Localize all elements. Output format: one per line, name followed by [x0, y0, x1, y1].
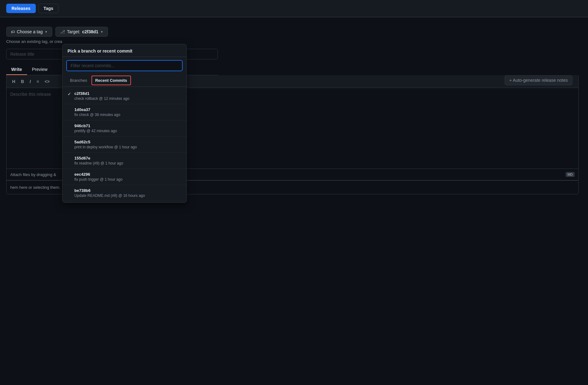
choose-tag-label: Choose a tag — [17, 29, 43, 34]
commit-list: ✓c2f38d1check rollback @ 12 minutes ago1… — [63, 87, 186, 202]
toolbar-bold[interactable]: B — [19, 78, 26, 85]
recent-commits-tab[interactable]: Recent Commits — [91, 76, 131, 85]
commit-hash: 946cb71 — [74, 123, 117, 128]
attach-files-text: Attach files by dragging & — [10, 172, 56, 177]
toolbar-h[interactable]: H — [10, 78, 17, 85]
dropdown-popup: Pick a branch or recent commit Branches … — [62, 44, 187, 203]
choose-tag-button[interactable]: 🏷 Choose a tag ▼ — [6, 27, 52, 37]
chevron-down-icon-target: ▼ — [100, 30, 103, 34]
target-value: c2f38d1 — [82, 29, 98, 34]
commit-message: Update README.md (#8) @ 16 hours ago — [74, 193, 145, 198]
commit-hash: eec4296 — [74, 172, 123, 177]
preview-tab[interactable]: Preview — [27, 64, 53, 75]
target-label: Target: — [67, 29, 80, 34]
commit-item[interactable]: eec4296fix push trigger @ 1 hour ago — [63, 169, 186, 185]
commit-message: check rollback @ 12 minutes ago — [74, 96, 129, 101]
write-tab[interactable]: Write — [6, 64, 27, 75]
md-badge: MD — [566, 172, 575, 177]
commit-item[interactable]: ✓c2f38d1check rollback @ 12 minutes ago — [63, 88, 186, 104]
auto-generate-button[interactable]: + Auto-generate release notes — [505, 75, 572, 85]
commit-hash: c2f38d1 — [74, 91, 129, 96]
main-content: 🏷 Choose a tag ▼ ⎇ Target: c2f38d1 ▼ Cho… — [0, 17, 588, 204]
top-bar: Releases Tags — [0, 0, 588, 17]
commit-hash: 5ad62c5 — [74, 140, 137, 144]
editor-placeholder: Describe this release — [10, 92, 51, 97]
tab-tags[interactable]: Tags — [38, 4, 59, 13]
tag-icon: 🏷 — [11, 30, 15, 34]
toolbar-italic[interactable]: I — [28, 78, 33, 85]
commit-message: fix push trigger @ 1 hour ago — [74, 177, 123, 182]
commit-message: fix check @ 38 minutes ago — [74, 113, 120, 117]
commit-item[interactable]: 1d0ea37fix check @ 38 minutes ago — [63, 104, 186, 120]
commit-message: prettify @ 42 minutes ago — [74, 129, 117, 133]
toolbar-code[interactable]: <> — [43, 78, 51, 85]
commit-item[interactable]: 946cb71prettify @ 42 minutes ago — [63, 120, 186, 137]
tab-releases[interactable]: Releases — [6, 4, 36, 13]
dropdown-tabs: Branches Recent Commits — [63, 74, 186, 87]
controls-row: 🏷 Choose a tag ▼ ⎇ Target: c2f38d1 ▼ — [6, 27, 582, 37]
filter-input-container — [63, 57, 186, 74]
branches-tab[interactable]: Branches — [66, 74, 91, 86]
chevron-down-icon: ▼ — [44, 30, 48, 34]
commit-hash: 1d0ea37 — [74, 107, 120, 112]
target-button[interactable]: ⎇ Target: c2f38d1 ▼ — [55, 27, 108, 37]
helper-text: Choose an existing tag, or crea — [6, 39, 582, 44]
commit-item[interactable]: be738b6Update README.md (#8) @ 16 hours … — [63, 185, 186, 201]
commit-message: print in deploy workflow @ 1 hour ago — [74, 145, 137, 149]
commit-hash: 155d67e — [74, 156, 123, 160]
branch-icon: ⎇ — [60, 29, 65, 34]
commit-item[interactable]: 155d67efix readme (#9) @ 1 hour ago — [63, 153, 186, 169]
commit-hash: be738b6 — [74, 188, 145, 193]
commit-message: fix readme (#9) @ 1 hour ago — [74, 161, 123, 165]
dropdown-header: Pick a branch or recent commit — [63, 44, 186, 57]
check-icon: ✓ — [68, 91, 72, 96]
bottom-attach-text: hem here or selecting them. — [10, 185, 60, 190]
toolbar-list[interactable]: ≡ — [35, 78, 41, 85]
commit-item[interactable]: 5ad62c5print in deploy workflow @ 1 hour… — [63, 137, 186, 153]
filter-commits-input[interactable] — [66, 60, 183, 71]
